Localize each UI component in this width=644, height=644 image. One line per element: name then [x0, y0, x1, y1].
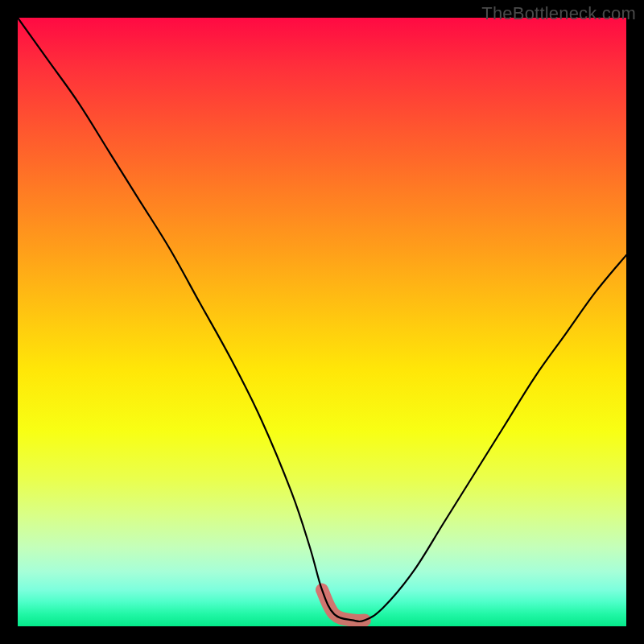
watermark-text: TheBottleneck.com: [481, 3, 636, 24]
chart-svg: [18, 18, 626, 626]
bottleneck-curve: [18, 18, 626, 621]
plot-area: [18, 18, 626, 626]
chart-frame: TheBottleneck.com: [0, 0, 644, 644]
